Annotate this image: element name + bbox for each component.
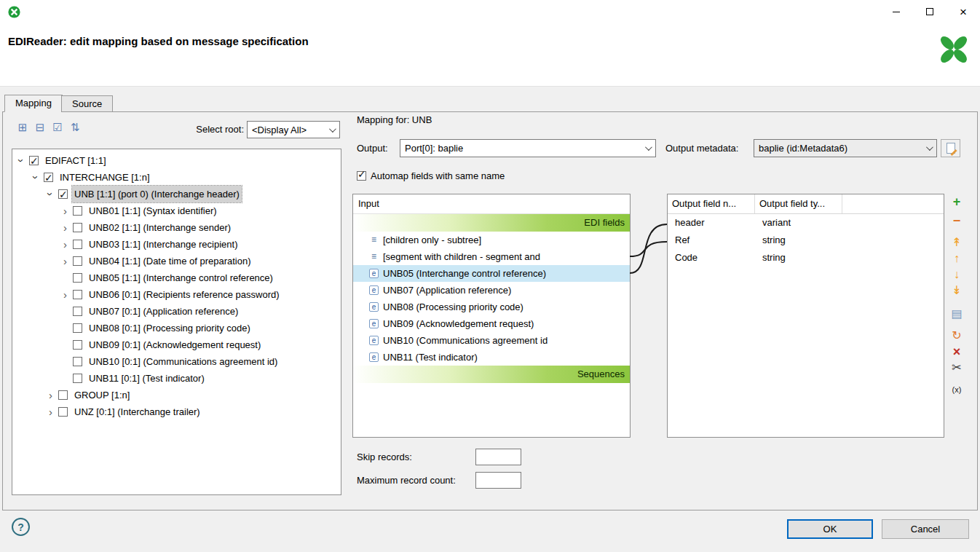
tree-item[interactable]: UNB07 [0:1] (Application reference) [12,303,341,320]
input-field-item[interactable]: ≡[segment with children - segment and [353,248,630,265]
collapse-arrow-icon[interactable] [15,152,28,169]
output-column-header[interactable]: Output field ty... [755,194,842,213]
cut-mapping-icon[interactable]: ✂ [949,360,965,375]
output-port-value: Port[0]: baplie [405,143,463,154]
input-field-item[interactable]: eUNB11 (Test indicator) [353,349,630,366]
tree-item[interactable]: EDIFACT [1:1] [12,152,341,169]
input-column-header[interactable]: Input [353,194,630,214]
tree-item-checkbox[interactable] [73,240,82,249]
move-top-icon[interactable]: ↟ [949,235,965,250]
add-field-icon[interactable]: + [949,194,965,209]
help-button[interactable]: ? [12,518,30,536]
maximize-button[interactable] [913,0,947,23]
skip-records-input[interactable] [475,449,521,465]
close-button[interactable]: × [947,0,980,23]
expand-all-icon[interactable]: ⊞ [16,121,29,134]
move-up-icon[interactable]: ↑ [949,251,965,266]
output-field-row[interactable]: headervariant [668,214,944,232]
max-record-count-input[interactable] [475,472,521,489]
expand-arrow-icon[interactable] [44,387,57,403]
tree-item[interactable]: UNB09 [0:1] (Acknowledgement request) [12,336,341,353]
tree-item-checkbox[interactable] [58,407,68,417]
tree-item[interactable]: UNB08 [0:1] (Processing priority code) [12,320,341,336]
expand-arrow-icon[interactable] [59,236,71,253]
tree-item[interactable]: UNZ [0:1] (Interchange trailer) [12,403,341,420]
tree-item-checkbox[interactable] [73,307,82,316]
tree-item-checkbox[interactable] [73,223,82,232]
expand-arrow-icon[interactable] [59,219,71,236]
output-field-name: header [668,214,755,232]
ok-button[interactable]: OK [787,519,873,539]
input-field-label: UNB11 (Test indicator) [383,349,478,366]
tree-item[interactable]: UNB06 [0:1] (Recipients reference passwo… [12,286,341,303]
input-field-item[interactable]: eUNB08 (Processing priority code) [353,299,630,315]
select-root-value: <Display All> [252,125,307,135]
tree-item-checkbox[interactable] [73,273,82,283]
input-field-item[interactable]: ≡[children only - subtree] [353,232,630,248]
output-metadata-dropdown[interactable]: baplie (id:Metadata6) [754,139,937,157]
tree-item-checkbox[interactable] [73,323,82,333]
automap-checkbox[interactable] [357,171,366,181]
tab-mapping[interactable]: Mapping [4,95,63,112]
tree-item-checkbox[interactable] [73,206,82,216]
collapse-arrow-icon[interactable] [30,169,42,186]
tree-item[interactable]: UNB04 [1:1] (Date time of preparation) [12,253,341,269]
check-all-icon[interactable]: ☑ [51,121,64,134]
move-bottom-icon[interactable]: ↡ [949,283,965,298]
tree-item-checkbox[interactable] [58,189,68,199]
remove-field-icon[interactable]: − [949,213,965,228]
expand-arrow-icon[interactable] [59,286,71,303]
subtree-icon: ≡ [369,252,379,261]
tree-item-label: EDIFACT [1:1] [43,152,108,169]
delete-mapping-icon[interactable]: × [949,344,965,359]
tree-item[interactable]: UNB05 [1:1] (Interchange control referen… [12,269,341,286]
automap-refresh-icon[interactable]: ↻ [949,328,965,343]
automap-checkbox-row[interactable]: Automap fields with same name [357,169,505,182]
app-icon [8,6,20,18]
edit-metadata-button[interactable] [941,139,960,157]
input-field-item[interactable]: eUNB10 (Communications agreement id [353,332,630,349]
mapping-connections [630,194,667,438]
tree-item-checkbox[interactable] [44,173,53,182]
sort-icon[interactable]: ⇅ [68,121,82,134]
tree-item-checkbox[interactable] [73,290,82,299]
output-table-body: headervariantRefstringCodestring [668,214,944,267]
tree-item-checkbox[interactable] [73,256,82,266]
tab-source[interactable]: Source [61,95,113,112]
minimize-button[interactable] [880,0,913,23]
output-field-row[interactable]: Refstring [668,232,944,249]
function-icon[interactable]: (x) [949,382,965,397]
cancel-button[interactable]: Cancel [882,519,969,539]
expand-arrow-icon[interactable] [44,403,57,420]
tree-item[interactable]: UNB [1:1] (port 0) (Interchange header) [12,186,341,202]
tree-item[interactable]: UNB01 [1:1] (Syntax identifier) [12,202,341,219]
collapse-all-icon[interactable]: ⊟ [33,121,47,134]
tree-item[interactable]: UNB02 [1:1] (Interchange sender) [12,219,341,236]
move-down-icon[interactable]: ↓ [949,267,965,282]
expand-arrow-icon[interactable] [59,202,71,219]
input-field-item[interactable]: eUNB07 (Application reference) [353,282,630,299]
tree-item[interactable]: UNB10 [0:1] (Communications agreement id… [12,353,341,370]
mapping-connection-line [630,242,667,256]
output-column-header[interactable]: Output field n... [668,194,755,213]
tree-item-checkbox[interactable] [73,357,82,366]
minimize-icon [893,12,900,12]
tree-item-checkbox[interactable] [29,156,39,165]
output-field-row[interactable]: Codestring [668,249,944,267]
tree-item[interactable]: GROUP [1:n] [12,387,341,403]
output-port-dropdown[interactable]: Port[0]: baplie [400,139,656,157]
tree-item[interactable]: UNB11 [0:1] (Test indicator) [12,370,341,387]
output-label: Output: [357,139,388,157]
tree-item-checkbox[interactable] [73,374,82,383]
select-root-dropdown[interactable]: <Display All> [247,121,340,138]
tree-item-checkbox[interactable] [73,340,82,350]
edit-record-icon[interactable]: ▤ [949,307,965,321]
tree-item-checkbox[interactable] [58,390,68,400]
input-field-item[interactable]: eUNB09 (Acknowledgement request) [353,315,630,332]
tree-item[interactable]: INTERCHANGE [1:n] [12,169,341,186]
tree-item[interactable]: UNB03 [1:1] (Interchange recipient) [12,236,341,253]
input-field-label: UNB05 (Interchange control reference) [383,265,546,282]
collapse-arrow-icon[interactable] [44,186,57,202]
expand-arrow-icon[interactable] [59,253,71,269]
input-field-item[interactable]: eUNB05 (Interchange control reference) [353,265,630,282]
